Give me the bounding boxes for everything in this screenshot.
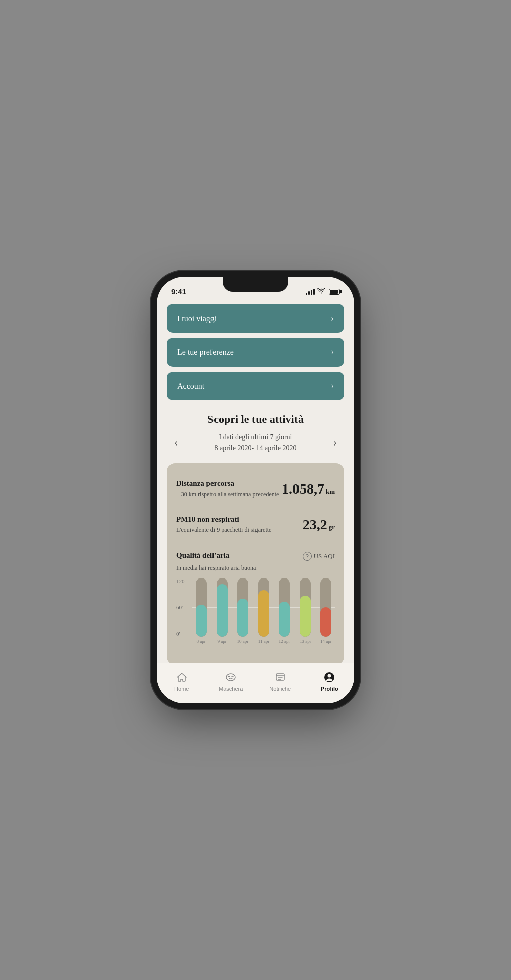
nav-home-label: Home: [174, 686, 189, 692]
account-label: Account: [177, 382, 204, 391]
bar-5: [276, 578, 293, 637]
chart-y-labels: 120' 60' 0': [176, 578, 185, 637]
grid-line-bot: [192, 637, 335, 637]
preferenze-button[interactable]: Le tue preferenze ›: [167, 338, 344, 367]
y-label-bot: 0': [176, 631, 185, 637]
nav-home[interactable]: Home: [166, 671, 197, 692]
account-button[interactable]: Account ›: [167, 372, 344, 400]
bar-6: [296, 578, 314, 637]
pm10-info: PM10 non respirati L'equivalente di 9 pa…: [176, 515, 303, 534]
nav-notifiche-label: Notifiche: [269, 686, 291, 692]
pm10-value-container: 23,2 gr: [303, 517, 335, 533]
viaggi-button[interactable]: I tuoi viaggi ›: [167, 304, 344, 333]
y-label-mid: 60': [176, 604, 185, 610]
bar-7: [317, 578, 335, 637]
pm10-unit: gr: [329, 523, 335, 531]
battery-icon: [329, 289, 340, 295]
chart-bars: [192, 578, 335, 637]
x-label-7: 14 apr: [317, 639, 335, 649]
nav-maschera[interactable]: Maschera: [216, 671, 246, 692]
x-label-6: 13 apr: [296, 639, 314, 649]
bar-4: [254, 578, 272, 637]
distance-subtitle: + 30 km rispetto alla settimana preceden…: [176, 490, 282, 499]
us-aqi-link[interactable]: ? US AQI: [303, 552, 335, 561]
bottom-nav: Home Maschera: [157, 663, 354, 703]
distance-value: 1.058,7: [282, 481, 324, 497]
nav-notifiche[interactable]: Notifiche: [265, 671, 295, 692]
distance-info: Distanza percorsa + 30 km rispetto alla …: [176, 479, 282, 499]
stats-card: Distanza percorsa + 30 km rispetto alla …: [167, 463, 344, 663]
svg-point-6: [328, 674, 331, 677]
pm10-title: PM10 non respirati: [176, 515, 303, 524]
distance-unit: km: [326, 487, 335, 496]
nav-profilo[interactable]: Profilo: [314, 671, 345, 692]
nav-maschera-label: Maschera: [219, 686, 243, 692]
air-quality-title: Qualità dell'aria: [176, 551, 229, 560]
x-label-2: 9 apr: [213, 639, 231, 649]
question-icon: ?: [303, 552, 312, 561]
profilo-icon: [323, 671, 336, 684]
chevron-icon: ›: [331, 381, 334, 391]
status-time: 9:41: [171, 287, 186, 296]
bar-1: [192, 578, 210, 637]
x-label-1: 8 apr: [192, 639, 210, 649]
date-range: I dati degli ultimi 7 giorni 8 aprile 20…: [215, 432, 297, 453]
activities-title: Scopri le tue attività: [167, 413, 344, 426]
bar-2: [213, 578, 231, 637]
maschera-icon: [224, 671, 237, 684]
signal-icon: [306, 289, 315, 295]
phone-frame: 9:41: [157, 277, 354, 703]
chevron-icon: ›: [331, 313, 334, 324]
pm10-value: 23,2: [303, 517, 327, 533]
aqi-label: US AQI: [314, 552, 335, 560]
home-icon: [175, 671, 188, 684]
nav-profilo-label: Profilo: [321, 686, 338, 692]
chevron-icon: ›: [331, 347, 334, 358]
air-quality-stat: Qualità dell'aria ? US AQI In media hai …: [176, 543, 335, 657]
date-navigation: ‹ I dati degli ultimi 7 giorni 8 aprile …: [167, 432, 344, 453]
wifi-icon: [317, 288, 325, 296]
x-label-4: 11 apr: [254, 639, 272, 649]
air-quality-chart: 120' 60' 0' 8 apr 9 apr: [176, 578, 335, 649]
y-label-top: 120': [176, 578, 185, 584]
bar-3: [234, 578, 251, 637]
air-quality-subtitle: In media hai respirato aria buona: [176, 564, 256, 572]
scroll-content: I tuoi viaggi › Le tue preferenze › Acco…: [157, 299, 354, 663]
prev-date-button[interactable]: ‹: [169, 434, 183, 451]
x-label-3: 10 apr: [234, 639, 251, 649]
viaggi-label: I tuoi viaggi: [177, 314, 217, 323]
x-label-5: 12 apr: [276, 639, 293, 649]
chart-x-labels: 8 apr 9 apr 10 apr 11 apr 12 apr 13 apr …: [192, 639, 335, 649]
pm10-stat: PM10 non respirati L'equivalente di 9 pa…: [176, 507, 335, 543]
svg-point-0: [226, 674, 235, 681]
status-icons: [306, 288, 340, 296]
notch: [223, 277, 288, 292]
preferenze-label: Le tue preferenze: [177, 348, 234, 357]
next-date-button[interactable]: ›: [328, 434, 342, 451]
menu-buttons: I tuoi viaggi › Le tue preferenze › Acco…: [167, 304, 344, 400]
notifiche-icon: [274, 671, 287, 684]
distance-stat: Distanza percorsa + 30 km rispetto alla …: [176, 471, 335, 507]
distance-title: Distanza percorsa: [176, 479, 282, 488]
pm10-subtitle: L'equivalente di 9 pacchetti di sigarett…: [176, 526, 303, 534]
distance-value-container: 1.058,7 km: [282, 481, 335, 497]
air-quality-header: Qualità dell'aria ? US AQI: [176, 551, 335, 562]
